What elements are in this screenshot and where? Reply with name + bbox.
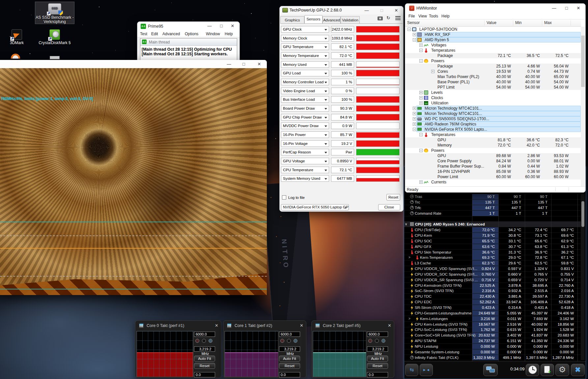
menu-icon[interactable]	[395, 16, 401, 20]
sensor-row[interactable]: CPU-Kernstrom (SVI3 TFN)22.525 A3.878 A3…	[404, 283, 581, 288]
sensor-row[interactable]: Gesamte System-Leistung0.000 W0.000 W0.0…	[404, 349, 581, 355]
sensor-name[interactable]: Video Engine Load	[281, 88, 329, 94]
navigate-arrows-button[interactable]: ⇆	[405, 364, 418, 376]
minimize-button[interactable]: —	[224, 60, 234, 68]
column-header-max[interactable]: Max	[542, 20, 571, 26]
sensor-name[interactable]: 16-Pin Power	[281, 131, 329, 138]
color-option-button[interactable]	[294, 339, 297, 343]
column-header-value[interactable]: Value	[484, 20, 513, 26]
menu-item-window[interactable]: Window	[206, 32, 220, 36]
close-button[interactable]: ✕	[254, 60, 264, 68]
auto-fit-button[interactable]: Auto Fit	[367, 356, 388, 362]
menu-item-options[interactable]: Options	[185, 32, 198, 36]
menu-item-view[interactable]: View	[418, 14, 427, 18]
tab-sensors[interactable]: Sensors	[304, 15, 322, 24]
sensor-row[interactable]: Tras90 T90 T90 T	[404, 194, 581, 200]
scale-max-field[interactable]: 6000.0	[279, 332, 300, 337]
sensor-row[interactable]	[404, 216, 581, 222]
desktop-icon-as-ssd-benchmark[interactable]: AS SSD Benchmark -Verknüpfung	[35, 2, 74, 24]
core-window-titlebar[interactable]: Core 2 Takt (perf #5)✕	[312, 321, 394, 331]
sensor-row[interactable]: CPU Kern-Leistung (SVI3 TFN)18.567 W2.51…	[404, 322, 581, 327]
menu-item-tools[interactable]: Tools	[429, 14, 438, 18]
sensor-row[interactable]: Frame Buffer Power Sup...0.84 W0.44 W1.0…	[405, 164, 582, 169]
minimize-button[interactable]: —	[205, 22, 214, 30]
reset-button[interactable]: Reset	[386, 194, 400, 201]
sensor-row[interactable]: Power Limit60.00 W60.00 W60.00 W	[405, 174, 582, 179]
clock-button[interactable]	[526, 364, 539, 376]
sensor-row[interactable]: Base Power (PL1)40.00 W40.00 W54.00 W	[405, 79, 582, 85]
tree-expander[interactable]: −	[419, 149, 423, 152]
minimize-button[interactable]: —	[362, 6, 372, 15]
sensor-row[interactable]: +Voltages	[405, 42, 582, 48]
tree-expander[interactable]: +	[419, 91, 423, 94]
tree-expander[interactable]: −	[413, 128, 416, 131]
sensor-name[interactable]: Memory Temperature	[281, 52, 329, 59]
sensor-name[interactable]: PerfCap Reason	[281, 149, 329, 155]
log-to-file-checkbox[interactable]	[282, 195, 286, 200]
sensor-row[interactable]: SoC-Strom (SVI3 TFN)2.316 A0.932 A2.515 …	[404, 288, 581, 294]
expand-chevron-icon[interactable]: >	[408, 256, 410, 259]
core-window-titlebar[interactable]: Core 0 Takt (perf #1)✕	[135, 321, 221, 331]
sensor-row[interactable]: >Kern-Leistungen3.216 W0.011 W7.693 W3.1…	[404, 316, 581, 322]
sensor-row[interactable]: GPU89.68 W2.86 W93.53 W	[405, 153, 582, 158]
sensor-row[interactable]: −Powers	[405, 58, 582, 64]
sensor-row[interactable]: L3 Cache62.3 °C29.6 °C62.5 °C59.8 °C	[404, 260, 581, 266]
sensor-name[interactable]: GPU Voltage	[281, 158, 329, 164]
tree-expander[interactable]: +	[419, 43, 423, 47]
report-button[interactable]: +	[541, 364, 554, 376]
screenshot-icon[interactable]	[378, 16, 383, 20]
close-icon[interactable]: ✕	[300, 323, 303, 328]
scale-max-field[interactable]: 6000.0	[367, 332, 388, 337]
tree-expander[interactable]: +	[413, 107, 416, 110]
sensor-row[interactable]: Package25.13 W4.66 W56.04 W	[405, 64, 582, 69]
sensor-row[interactable]: Core Power Supply84.24 W0.00 W88.01 W	[405, 158, 582, 164]
sensor-row[interactable]: 16-PIN 12VHPWR85.08 W0.36 W88.93 W	[405, 169, 582, 174]
sensor-row[interactable]: APU STAPM24.737 W6.151 W41.350 W24.336 W	[404, 338, 581, 344]
prime95-titlebar[interactable]: 2-1 Prime95 — □ ✕	[137, 22, 239, 31]
expand-chevron-icon[interactable]: >	[408, 317, 410, 320]
sensor-row[interactable]: Core+SoC+SR Leistung (SVI3 TFN)20.632 W3…	[404, 333, 581, 338]
tab-validation[interactable]: Validation	[341, 16, 360, 24]
color-option-button[interactable]	[202, 339, 206, 343]
refresh-icon[interactable]: ↻	[386, 15, 390, 20]
sensor-row[interactable]: CPU SOC65.5 °C33.1 °C65.6 °C62.9 °C	[404, 238, 581, 244]
furmark-titlebar[interactable]: — □ ✕	[0, 60, 267, 68]
close-button[interactable]: ✖	[571, 364, 585, 376]
sensor-row[interactable]: Memory72.0 °C42.0 °C72.0 °C	[405, 143, 582, 148]
sensor-row[interactable]: −AMD Ryzen 5	[405, 37, 582, 42]
close-button[interactable]: ✕	[391, 6, 401, 15]
auto-fit-button[interactable]: Auto Fit	[279, 356, 300, 362]
tree-expander[interactable]: +	[431, 70, 434, 73]
sensor-row[interactable]: SR-Strom (SVI3 TFN)0.423 A0.314 A0.431 A…	[404, 305, 581, 311]
tree-expander[interactable]: +	[419, 180, 423, 184]
gpuz-titlebar[interactable]: TechPowerUp GPU-Z 2.68.0 — □ ✕	[280, 6, 403, 14]
sensor-row[interactable]: CPU VDDCR_VDD Spannung (SVI...0.824 V0.5…	[404, 266, 581, 272]
scrollbar[interactable]	[581, 27, 585, 187]
sensor-row[interactable]: +Micron Technology MTC4C101...	[405, 111, 582, 116]
sensor-row[interactable]: Trfc447 T447 T447 T	[404, 205, 581, 211]
sensor-row[interactable]: CPU-Gesamt-Leistungsaufnahme24.649 W5.05…	[404, 311, 581, 316]
menu-item-help[interactable]: Help	[225, 32, 233, 36]
sensor-row[interactable]: +Micron Technology MTC4C101...	[405, 106, 582, 111]
scale-min-field[interactable]: 0.0	[367, 372, 388, 377]
menu-item-edit[interactable]: Edit	[151, 32, 158, 36]
core-window-titlebar[interactable]: Core 1 Takt (perf #2)✕	[223, 321, 306, 331]
reset-button[interactable]: Reset	[194, 363, 215, 369]
close-icon[interactable]: ✕	[388, 323, 391, 328]
minimize-button[interactable]: —	[549, 4, 559, 13]
desktop-icon-crystaldiskmark[interactable]: CrystalDiskMark 5	[36, 29, 73, 45]
color-option-button[interactable]	[381, 339, 385, 343]
sensor-row[interactable]: +Currents	[405, 179, 582, 185]
scrollbar-thumb[interactable]	[581, 201, 584, 227]
reset-button[interactable]: Reset	[279, 363, 300, 369]
sensor-row[interactable]: >Kern-Temperaturen69.3 °C29.0 °C72.8 °C6…	[404, 255, 581, 260]
sensor-row[interactable]: CPU VDDCR_SR Spannung (SVI3 ...0.716 V0.…	[404, 277, 581, 283]
sensor-row[interactable]: Infinity Fabric Takt (FCLK)1,332.9 MHz49…	[404, 355, 581, 361]
tree-expander[interactable]: −	[419, 133, 423, 136]
sensor-name[interactable]: GPU Load	[281, 70, 329, 76]
auto-fit-button[interactable]: Auto Fit	[194, 356, 215, 362]
gpu-select-dropdown[interactable]: NVIDIA GeForce RTX 5050 Laptop GPL∨	[281, 204, 349, 210]
sensor-name[interactable]: GPU Temperature	[281, 43, 329, 50]
sensor-row[interactable]: −Temperatures	[405, 48, 582, 53]
color-option-button[interactable]	[287, 339, 291, 343]
